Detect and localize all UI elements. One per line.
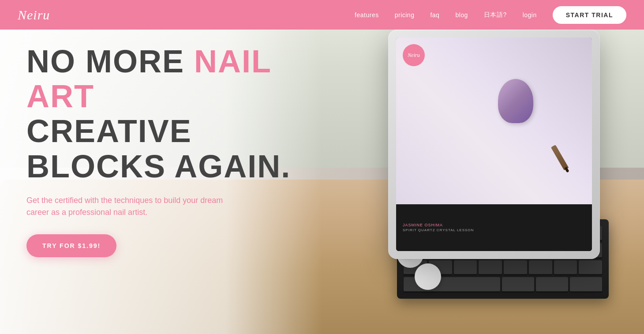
- key: [554, 260, 577, 275]
- cta-button[interactable]: TRY FOR $1.99!: [26, 234, 116, 257]
- nail-illustration: [498, 79, 533, 123]
- nav-faq[interactable]: faq: [430, 11, 439, 19]
- ipad-frame: Neiru JASMINE OSHIMA SPIRIT QUARTZ CRYST…: [388, 30, 600, 259]
- instructor-name: JASMINE OSHIMA: [403, 223, 474, 227]
- ipad-video: Neiru: [396, 38, 592, 204]
- ipad-device: Neiru JASMINE OSHIMA SPIRIT QUARTZ CRYST…: [388, 30, 600, 259]
- headline-part1: NO MORE: [26, 44, 194, 79]
- key: [502, 277, 534, 292]
- nav-japanese[interactable]: 日本語?: [484, 11, 507, 19]
- hero-subheadline: Get the certified with the techniques to…: [26, 195, 225, 218]
- nav-features[interactable]: features: [355, 11, 379, 19]
- hero-content: NO MORE NAIL ART CREATIVE BLOCKS AGAIN. …: [26, 44, 300, 257]
- lesson-title: SPIRIT QUARTZ CRYSTAL LESSON: [403, 228, 474, 232]
- nav-login[interactable]: login: [523, 11, 537, 19]
- headline-part2: CREATIVE BLOCKS AGAIN.: [26, 113, 291, 184]
- header: Neiru features pricing faq blog 日本語? log…: [0, 0, 644, 30]
- instructor-info: JASMINE OSHIMA SPIRIT QUARTZ CRYSTAL LES…: [403, 223, 474, 232]
- key: [529, 260, 552, 275]
- key: [579, 260, 602, 275]
- logo[interactable]: Neiru: [18, 8, 50, 23]
- key: [454, 260, 477, 275]
- hero-section: Neiru JASMINE OSHIMA SPIRIT QUARTZ CRYST…: [0, 0, 644, 334]
- main-nav: features pricing faq blog 日本語? login STA…: [355, 6, 626, 24]
- nav-pricing[interactable]: pricing: [395, 11, 415, 19]
- key: [504, 260, 527, 275]
- key: [570, 277, 602, 292]
- nail-art-background: [396, 38, 592, 204]
- key: [536, 277, 568, 292]
- ipad-bottom-bar: JASMINE OSHIMA SPIRIT QUARTZ CRYSTAL LES…: [396, 204, 592, 251]
- neiru-logo-text: Neiru: [408, 52, 419, 59]
- nav-blog[interactable]: blog: [455, 11, 468, 19]
- neiru-logo-circle: Neiru: [403, 44, 425, 66]
- hero-headline: NO MORE NAIL ART CREATIVE BLOCKS AGAIN.: [26, 44, 300, 184]
- ipad-screen: Neiru JASMINE OSHIMA SPIRIT QUARTZ CRYST…: [396, 38, 592, 251]
- key: [479, 260, 502, 275]
- start-trial-button[interactable]: START TRIAL: [553, 6, 626, 24]
- round-bottle-2: [415, 263, 441, 290]
